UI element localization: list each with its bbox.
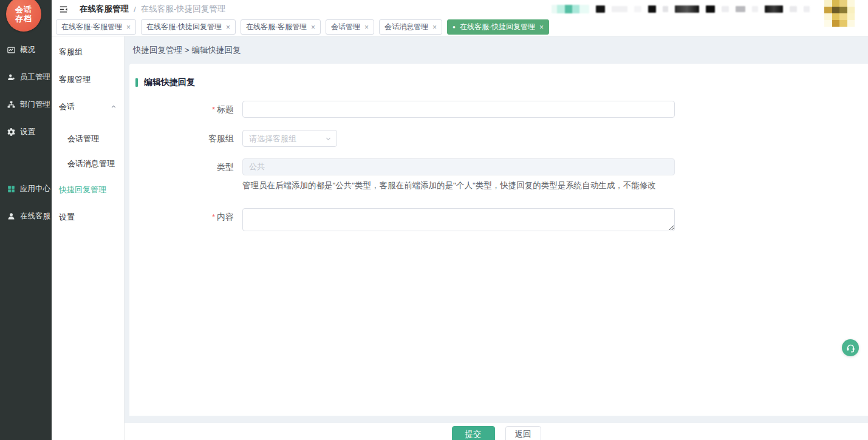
sidebar-item-label: 员工管理 [20,72,50,83]
menu-item-session[interactable]: 会话 [52,101,124,113]
tab-cs-management-1[interactable]: 在线客服-客服管理 × [56,19,136,35]
redacted-block [736,6,745,12]
page-body: 客服组 客服管理 会话 会话管理 会话消息管理 快 [52,36,868,440]
sidebar-item-label: 概况 [20,45,35,55]
tab-session-management[interactable]: 会话管理 × [326,19,374,35]
redacted-block [706,5,715,13]
type-input [242,158,675,175]
tab-quick-reply-active[interactable]: ● 在线客服-快捷回复管理 × [447,19,549,35]
close-icon[interactable]: × [539,24,544,31]
tab-label: 在线客服-客服管理 [61,22,122,32]
label-text: 内容 [217,212,234,222]
quick-reply-form: *标题 客服组 [129,101,868,231]
menu-item-label: 设置 [59,212,75,223]
sidebar-item-label: 部门管理 [20,100,50,110]
primary-nav: 概况 员工管理 部门管理 设置 [0,0,52,222]
active-dot-icon: ● [453,25,456,30]
type-label: 类型 [129,158,234,175]
menu-item-session-messages[interactable]: 会话消息管理 [52,158,124,170]
sidebar-item-online-cs[interactable]: 在线客服 [0,210,52,222]
chevron-up-icon [111,104,117,110]
menu-item-settings[interactable]: 设置 [52,211,124,223]
redacted-block [612,6,627,12]
form-row-type: 类型 [129,158,868,175]
sidebar-item-settings[interactable]: 设置 [0,126,52,138]
secondary-sidebar: 客服组 客服管理 会话 会话管理 会话消息管理 快 [52,36,125,440]
agent-icon [7,212,16,221]
sidebar-item-label: 在线客服 [20,211,50,222]
tab-cs-management-2[interactable]: 在线客服-客服管理 × [241,19,321,35]
close-icon[interactable]: × [364,24,369,31]
apps-grid-icon [7,184,16,194]
title-accent-bar [135,78,138,87]
redacted-header-items [552,5,868,13]
close-icon[interactable]: × [432,24,437,31]
menu-item-label: 会话消息管理 [67,158,115,169]
redacted-block [752,6,758,12]
menu-item-label: 客服管理 [59,74,91,85]
form-row-group: 客服组 [129,130,868,147]
close-icon[interactable]: × [311,24,315,31]
back-button[interactable]: 返回 [505,426,541,440]
sidebar-item-overview[interactable]: 概况 [0,44,52,56]
edit-card: 编辑快捷回复 *标题 客 [129,64,868,416]
menu-item-label: 客服组 [59,47,83,58]
redacted-block [765,5,783,13]
label-text: 标题 [217,104,234,114]
sidebar-item-employees[interactable]: 员工管理 [0,71,52,83]
redacted-block [722,6,729,12]
main-region: 在线客服管理 / 在线客服-快捷回复管理 [52,0,868,440]
label-text: 客服组 [208,134,234,143]
menu-fold-icon[interactable] [56,2,70,16]
required-mark: * [212,212,215,222]
logo-line2: 存档 [15,14,32,23]
redacted-block [790,6,797,12]
menu-item-session-management[interactable]: 会话管理 [52,133,124,145]
form-row-title: *标题 [129,101,868,118]
sidebar-item-label: 设置 [20,127,35,137]
group-select-input[interactable] [242,130,337,147]
floating-support-button[interactable] [842,339,859,356]
menu-item-quick-reply[interactable]: 快捷回复管理 [52,184,124,196]
sidebar-item-label: 应用中心 [20,184,50,194]
breadcrumb-current: 在线客服-快捷回复管理 [141,4,226,15]
label-text: 类型 [217,162,234,172]
menu-item-label: 会话管理 [67,134,99,144]
menu-item-cs-groups[interactable]: 客服组 [52,46,124,58]
card-title-text: 编辑快捷回复 [144,77,195,88]
content-label: *内容 [129,208,234,231]
avatar[interactable] [824,0,855,27]
redacted-block [648,5,656,13]
menu-item-label: 快捷回复管理 [59,184,106,195]
menu-item-cs-management[interactable]: 客服管理 [52,73,124,86]
card-title: 编辑快捷回复 [135,77,868,88]
title-label: *标题 [129,101,234,118]
tab-quick-reply-1[interactable]: 在线客服-快捷回复管理 × [141,19,236,35]
redacted-block [596,5,605,13]
redacted-block [634,6,641,12]
breadcrumb-section[interactable]: 在线客服管理 [80,4,129,15]
breadcrumb-separator: / [134,5,136,14]
submit-button[interactable]: 提交 [452,426,495,440]
chart-icon [7,46,16,55]
close-icon[interactable]: × [226,24,230,31]
tab-session-messages[interactable]: 会话消息管理 × [379,19,442,35]
tab-label: 在线客服-快捷回复管理 [460,22,535,32]
sidebar-item-departments[interactable]: 部门管理 [0,98,52,110]
close-icon[interactable]: × [126,24,131,31]
sidebar-item-app-center[interactable]: 应用中心 [0,183,52,195]
group-select[interactable] [242,130,337,147]
employee-icon [7,73,16,82]
tab-label: 在线客服-快捷回复管理 [146,22,222,32]
topbar: 在线客服管理 / 在线客服-快捷回复管理 [52,0,868,18]
menu-item-label: 会话 [59,101,75,112]
breadcrumb: 在线客服管理 / 在线客服-快捷回复管理 [80,4,225,15]
redacted-block [552,5,589,13]
app-window: 会话 存档 概况 员工管理 部门管理 [0,0,868,440]
form-row-content: *内容 [129,208,868,231]
title-input[interactable] [242,101,675,118]
content-textarea[interactable] [242,208,675,231]
redacted-block [663,6,668,12]
required-mark: * [212,105,215,114]
department-icon [7,100,16,109]
